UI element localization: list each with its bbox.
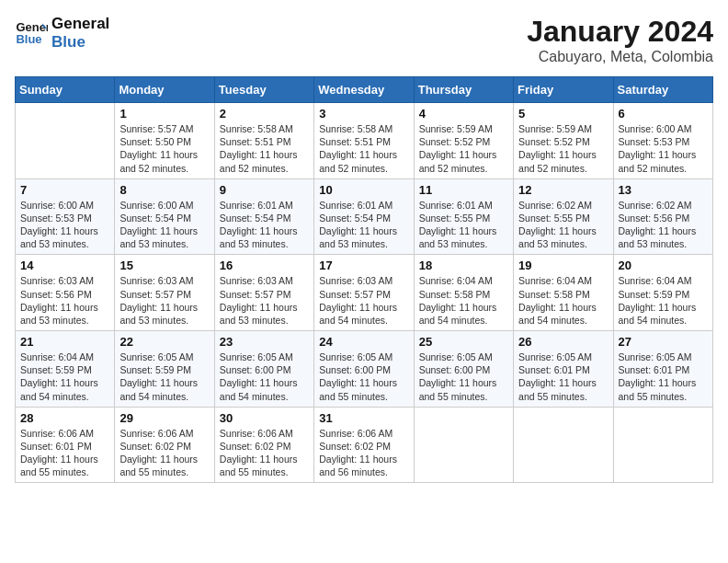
- header: General Blue General Blue January 2024 C…: [15, 15, 713, 65]
- day-info: Sunrise: 5:59 AM Sunset: 5:52 PM Dayligh…: [419, 122, 508, 175]
- calendar-cell: 31Sunrise: 6:06 AM Sunset: 6:02 PM Dayli…: [314, 407, 414, 483]
- col-header-sunday: Sunday: [16, 77, 115, 103]
- day-info: Sunrise: 6:04 AM Sunset: 5:59 PM Dayligh…: [20, 350, 109, 403]
- calendar-cell: 26Sunrise: 6:05 AM Sunset: 6:01 PM Dayli…: [514, 331, 613, 408]
- calendar-cell: 4Sunrise: 5:59 AM Sunset: 5:52 PM Daylig…: [414, 103, 513, 179]
- week-row-1: 1Sunrise: 5:57 AM Sunset: 5:50 PM Daylig…: [16, 103, 713, 179]
- title-area: January 2024 Cabuyaro, Meta, Colombia: [527, 15, 713, 65]
- day-number: 18: [419, 259, 508, 272]
- day-info: Sunrise: 5:59 AM Sunset: 5:52 PM Dayligh…: [518, 122, 608, 175]
- day-info: Sunrise: 6:00 AM Sunset: 5:53 PM Dayligh…: [619, 122, 708, 175]
- day-number: 22: [119, 335, 209, 349]
- calendar-cell: 12Sunrise: 6:02 AM Sunset: 5:55 PM Dayli…: [514, 178, 613, 255]
- calendar-cell: 27Sunrise: 6:05 AM Sunset: 6:01 PM Dayli…: [613, 331, 712, 408]
- calendar-cell: 17Sunrise: 6:03 AM Sunset: 5:57 PM Dayli…: [314, 255, 414, 331]
- week-row-3: 14Sunrise: 6:03 AM Sunset: 5:56 PM Dayli…: [16, 255, 713, 331]
- day-info: Sunrise: 6:05 AM Sunset: 5:59 PM Dayligh…: [119, 350, 209, 403]
- calendar-table: SundayMondayTuesdayWednesdayThursdayFrid…: [15, 76, 713, 483]
- col-header-saturday: Saturday: [613, 77, 712, 103]
- logo: General Blue General Blue: [15, 15, 109, 52]
- calendar-cell: 10Sunrise: 6:01 AM Sunset: 5:54 PM Dayli…: [314, 178, 414, 255]
- day-info: Sunrise: 6:03 AM Sunset: 5:57 PM Dayligh…: [319, 274, 408, 327]
- day-number: 24: [319, 335, 408, 349]
- week-row-2: 7Sunrise: 6:00 AM Sunset: 5:53 PM Daylig…: [16, 178, 713, 255]
- day-info: Sunrise: 6:01 AM Sunset: 5:54 PM Dayligh…: [220, 199, 309, 251]
- calendar-cell: 29Sunrise: 6:06 AM Sunset: 6:02 PM Dayli…: [115, 407, 214, 483]
- calendar-cell: 18Sunrise: 6:04 AM Sunset: 5:58 PM Dayli…: [414, 255, 513, 331]
- calendar-cell: 1Sunrise: 5:57 AM Sunset: 5:50 PM Daylig…: [115, 103, 214, 179]
- day-number: 5: [518, 107, 608, 121]
- calendar-cell: 21Sunrise: 6:04 AM Sunset: 5:59 PM Dayli…: [16, 331, 115, 408]
- day-number: 10: [319, 183, 408, 197]
- week-row-5: 28Sunrise: 6:06 AM Sunset: 6:01 PM Dayli…: [16, 407, 713, 483]
- day-info: Sunrise: 6:04 AM Sunset: 5:58 PM Dayligh…: [419, 274, 508, 327]
- calendar-cell: 16Sunrise: 6:03 AM Sunset: 5:57 PM Dayli…: [214, 255, 313, 331]
- calendar-cell: 19Sunrise: 6:04 AM Sunset: 5:58 PM Dayli…: [514, 255, 613, 331]
- day-info: Sunrise: 6:06 AM Sunset: 6:02 PM Dayligh…: [220, 427, 309, 479]
- day-number: 17: [319, 259, 408, 272]
- calendar-cell: 24Sunrise: 6:05 AM Sunset: 6:00 PM Dayli…: [314, 331, 414, 408]
- day-number: 8: [119, 183, 209, 197]
- week-row-4: 21Sunrise: 6:04 AM Sunset: 5:59 PM Dayli…: [16, 331, 713, 408]
- day-number: 25: [419, 335, 508, 349]
- day-number: 31: [319, 411, 408, 425]
- day-info: Sunrise: 5:57 AM Sunset: 5:50 PM Dayligh…: [119, 122, 209, 175]
- calendar-cell: [16, 103, 115, 179]
- day-number: 27: [619, 335, 708, 349]
- day-info: Sunrise: 5:58 AM Sunset: 5:51 PM Dayligh…: [220, 122, 309, 175]
- calendar-body: 1Sunrise: 5:57 AM Sunset: 5:50 PM Daylig…: [16, 103, 713, 483]
- calendar-cell: 9Sunrise: 6:01 AM Sunset: 5:54 PM Daylig…: [214, 178, 313, 255]
- svg-text:Blue: Blue: [16, 32, 41, 46]
- calendar-cell: [514, 407, 613, 483]
- day-info: Sunrise: 6:06 AM Sunset: 6:01 PM Dayligh…: [20, 427, 109, 479]
- day-number: 28: [20, 411, 109, 425]
- calendar-cell: [613, 407, 712, 483]
- day-number: 6: [619, 107, 708, 121]
- calendar-cell: 2Sunrise: 5:58 AM Sunset: 5:51 PM Daylig…: [214, 103, 313, 179]
- col-header-tuesday: Tuesday: [214, 77, 313, 103]
- day-number: 9: [220, 183, 309, 197]
- calendar-cell: [414, 407, 513, 483]
- day-number: 3: [319, 107, 408, 121]
- calendar-cell: 11Sunrise: 6:01 AM Sunset: 5:55 PM Dayli…: [414, 178, 513, 255]
- day-info: Sunrise: 6:05 AM Sunset: 6:00 PM Dayligh…: [419, 350, 508, 403]
- day-info: Sunrise: 6:03 AM Sunset: 5:56 PM Dayligh…: [20, 274, 109, 327]
- calendar-cell: 15Sunrise: 6:03 AM Sunset: 5:57 PM Dayli…: [115, 255, 214, 331]
- day-number: 20: [619, 259, 708, 272]
- day-info: Sunrise: 6:03 AM Sunset: 5:57 PM Dayligh…: [119, 274, 209, 327]
- calendar-cell: 6Sunrise: 6:00 AM Sunset: 5:53 PM Daylig…: [613, 103, 712, 179]
- calendar-cell: 23Sunrise: 6:05 AM Sunset: 6:00 PM Dayli…: [214, 331, 313, 408]
- calendar-cell: 22Sunrise: 6:05 AM Sunset: 5:59 PM Dayli…: [115, 331, 214, 408]
- day-info: Sunrise: 6:05 AM Sunset: 6:00 PM Dayligh…: [220, 350, 309, 403]
- day-info: Sunrise: 6:05 AM Sunset: 6:00 PM Dayligh…: [319, 350, 408, 403]
- day-number: 19: [518, 259, 608, 272]
- day-info: Sunrise: 6:00 AM Sunset: 5:54 PM Dayligh…: [119, 199, 209, 251]
- calendar-cell: 30Sunrise: 6:06 AM Sunset: 6:02 PM Dayli…: [214, 407, 313, 483]
- day-number: 29: [119, 411, 209, 425]
- day-info: Sunrise: 6:00 AM Sunset: 5:53 PM Dayligh…: [20, 199, 109, 251]
- day-number: 2: [220, 107, 309, 121]
- day-info: Sunrise: 6:05 AM Sunset: 6:01 PM Dayligh…: [518, 350, 608, 403]
- logo-text-blue: Blue: [51, 33, 109, 52]
- calendar-cell: 20Sunrise: 6:04 AM Sunset: 5:59 PM Dayli…: [613, 255, 712, 331]
- day-number: 1: [119, 107, 209, 121]
- calendar-cell: 7Sunrise: 6:00 AM Sunset: 5:53 PM Daylig…: [16, 178, 115, 255]
- day-info: Sunrise: 6:01 AM Sunset: 5:55 PM Dayligh…: [419, 199, 508, 251]
- day-number: 23: [220, 335, 309, 349]
- day-info: Sunrise: 6:02 AM Sunset: 5:56 PM Dayligh…: [619, 199, 708, 251]
- day-info: Sunrise: 6:02 AM Sunset: 5:55 PM Dayligh…: [518, 199, 608, 251]
- logo-text-general: General: [51, 15, 109, 33]
- calendar-title: January 2024: [527, 15, 713, 49]
- day-number: 4: [419, 107, 508, 121]
- day-info: Sunrise: 6:06 AM Sunset: 6:02 PM Dayligh…: [319, 427, 408, 479]
- day-info: Sunrise: 6:04 AM Sunset: 5:58 PM Dayligh…: [518, 274, 608, 327]
- day-number: 15: [119, 259, 209, 272]
- calendar-cell: 5Sunrise: 5:59 AM Sunset: 5:52 PM Daylig…: [514, 103, 613, 179]
- col-header-thursday: Thursday: [414, 77, 513, 103]
- col-header-wednesday: Wednesday: [314, 77, 414, 103]
- calendar-cell: 3Sunrise: 5:58 AM Sunset: 5:51 PM Daylig…: [314, 103, 414, 179]
- day-number: 30: [220, 411, 309, 425]
- day-info: Sunrise: 6:04 AM Sunset: 5:59 PM Dayligh…: [619, 274, 708, 327]
- day-number: 14: [20, 259, 109, 272]
- day-info: Sunrise: 6:06 AM Sunset: 6:02 PM Dayligh…: [119, 427, 209, 479]
